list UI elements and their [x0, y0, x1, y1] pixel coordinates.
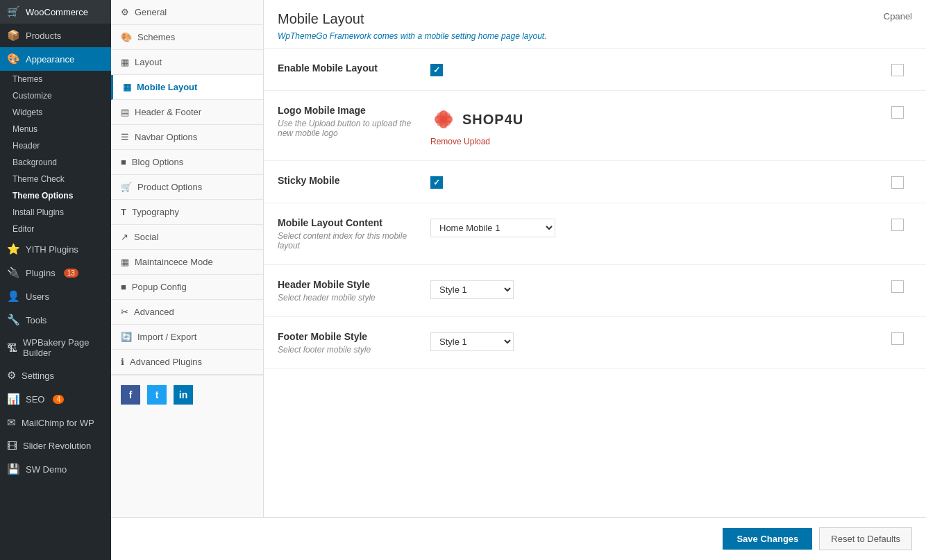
sub-sidebar-advanced[interactable]: ✂ Advanced [111, 300, 263, 325]
sub-sidebar-navbar[interactable]: ☰ Navbar Options [111, 125, 263, 150]
remove-upload-link[interactable]: Remove Upload [430, 137, 523, 146]
plugins-badge: 13 [64, 269, 78, 278]
mobile-layout-content-checkbox[interactable] [891, 219, 904, 231]
footer-mobile-style-checkbox[interactable] [891, 332, 904, 345]
wpbakery-icon: 🏗 [7, 342, 17, 354]
setting-header-mobile-style: Header Mobile Style Select header mobile… [264, 265, 926, 317]
sidebar-item-settings[interactable]: ⚙ Settings [0, 364, 111, 387]
reset-defaults-button[interactable]: Reset to Defaults [819, 527, 912, 550]
mobile-layout-content-desc: Select content index for this mobile lay… [278, 231, 416, 251]
advanced-icon: ✂ [121, 307, 128, 317]
sidebar-item-yith[interactable]: ⭐ YITH Plugins [0, 237, 111, 261]
sidebar-item-seo[interactable]: 📊 SEO 4 [0, 387, 111, 411]
sidebar-sub-install-plugins[interactable]: Install Plugins [0, 204, 111, 221]
svg-point-6 [444, 112, 451, 119]
import-export-icon: 🔄 [121, 332, 132, 342]
content-area: ⚙ General 🎨 Schemes ▦ Layout ▦ Mobile La… [111, 0, 926, 517]
sidebar-sub-editor[interactable]: Editor [0, 221, 111, 237]
header-footer-icon: ▤ [121, 107, 129, 117]
advanced-plugins-icon: ℹ [121, 357, 124, 367]
navbar-icon: ☰ [121, 132, 129, 142]
mobile-layout-content-label: Mobile Layout Content [278, 217, 416, 228]
save-changes-button[interactable]: Save Changes [723, 528, 812, 550]
footer-mobile-style-label: Footer Mobile Style [278, 331, 416, 342]
sub-sidebar-mobile-layout[interactable]: ▦ Mobile Layout [111, 75, 263, 100]
appearance-icon: 🎨 [7, 53, 20, 65]
tools-icon: 🔧 [7, 314, 20, 326]
header-mobile-style-desc: Select header mobile style [278, 293, 416, 303]
setting-sticky-mobile: Sticky Mobile [264, 161, 926, 203]
sub-sidebar-maintenance[interactable]: ▦ Maintaincece Mode [111, 250, 263, 275]
sub-sidebar-popup[interactable]: ■ Popup Config [111, 275, 263, 300]
swdemo-icon: 💾 [7, 463, 20, 475]
seo-icon: 📊 [7, 393, 20, 405]
plugins-icon: 🔌 [7, 266, 20, 279]
cpanel-link[interactable]: Cpanel [884, 11, 912, 22]
sidebar-sub-menus[interactable]: Menus [0, 121, 111, 137]
sub-sidebar-import-export[interactable]: 🔄 Import / Export [111, 325, 263, 350]
sidebar-sub-background[interactable]: Background [0, 154, 111, 171]
sticky-mobile-label: Sticky Mobile [278, 175, 416, 186]
products-icon: 📦 [7, 29, 20, 42]
logo-mobile-checkbox-alt[interactable] [891, 106, 904, 119]
logo-text: SHOP4U [462, 112, 523, 128]
sidebar-sub-themes[interactable]: Themes [0, 71, 111, 87]
twitter-social-icon[interactable]: t [147, 385, 167, 405]
sidebar-item-slider[interactable]: 🎞 Slider Revolution [0, 434, 111, 457]
sidebar-item-swdemo[interactable]: 💾 SW Demo [0, 457, 111, 481]
logo-mobile-image-label: Logo Mobile Image [278, 105, 416, 116]
sticky-mobile-checkbox-alt[interactable] [891, 176, 904, 189]
seo-badge: 4 [53, 395, 64, 404]
sidebar-item-mailchimp[interactable]: ✉ MailChimp for WP [0, 411, 111, 434]
maintenance-icon: ▦ [121, 257, 129, 267]
sub-sidebar-product-options[interactable]: 🛒 Product Options [111, 175, 263, 200]
mobile-layout-content-select[interactable]: Home Mobile 1 Home Mobile 2 Home Mobile … [430, 219, 555, 237]
header-mobile-style-select[interactable]: Style 1 Style 2 Style 3 [430, 280, 514, 299]
sidebar-sub-widgets[interactable]: Widgets [0, 104, 111, 121]
woocommerce-icon: 🛒 [7, 6, 20, 18]
layout-icon: ▦ [121, 57, 129, 67]
sidebar-sub-header[interactable]: Header [0, 137, 111, 154]
logo-mobile-image-desc: Use the Upload button to upload the new … [278, 119, 416, 138]
footer-mobile-style-desc: Select footer mobile style [278, 345, 416, 355]
sub-sidebar-layout[interactable]: ▦ Layout [111, 50, 263, 75]
enable-mobile-layout-label: Enable Mobile Layout [278, 62, 416, 74]
sub-sidebar-header-footer[interactable]: ▤ Header & Footer [111, 100, 263, 125]
setting-logo-mobile-image: Logo Mobile Image Use the Upload button … [264, 91, 926, 161]
sub-sidebar-typography[interactable]: T Typography [111, 200, 263, 225]
popup-icon: ■ [121, 282, 126, 292]
sidebar-item-woocommerce[interactable]: 🛒 WooCommerce [0, 0, 111, 24]
sub-sidebar-general[interactable]: ⚙ General [111, 0, 263, 25]
svg-point-8 [437, 119, 444, 126]
sidebar-sub-theme-check[interactable]: Theme Check [0, 171, 111, 187]
social-footer: f t in [111, 375, 263, 414]
sub-sidebar-advanced-plugins[interactable]: ℹ Advanced Plugins [111, 350, 263, 375]
sticky-mobile-checkbox[interactable] [430, 176, 443, 189]
sub-sidebar-social[interactable]: ↗ Social [111, 225, 263, 250]
sidebar-sub-theme-options[interactable]: Theme Options [0, 187, 111, 204]
footer-mobile-style-select[interactable]: Style 1 Style 2 Style 3 [430, 332, 514, 351]
sidebar-item-users[interactable]: 👤 Users [0, 285, 111, 308]
facebook-social-icon[interactable]: f [121, 385, 140, 405]
mobile-layout-icon: ▦ [123, 82, 131, 92]
sub-sidebar-blog[interactable]: ■ Blog Options [111, 150, 263, 175]
sidebar-item-appearance[interactable]: 🎨 Appearance [0, 47, 111, 71]
setting-footer-mobile-style: Footer Mobile Style Select footer mobile… [264, 317, 926, 369]
enable-mobile-layout-checkbox-alt[interactable] [891, 64, 904, 76]
admin-sidebar: 🛒 WooCommerce 📦 Products 🎨 Appearance Th… [0, 0, 111, 560]
sidebar-item-plugins[interactable]: 🔌 Plugins 13 [0, 261, 111, 285]
social-icon: ↗ [121, 232, 128, 242]
sidebar-item-wpbakery[interactable]: 🏗 WPBakery Page Builder [0, 332, 111, 364]
sidebar-item-products[interactable]: 📦 Products [0, 24, 111, 47]
sidebar-sub-customize[interactable]: Customize [0, 87, 111, 104]
sub-sidebar: ⚙ General 🎨 Schemes ▦ Layout ▦ Mobile La… [111, 0, 264, 517]
sidebar-item-tools[interactable]: 🔧 Tools [0, 308, 111, 332]
schemes-icon: 🎨 [121, 32, 132, 42]
header-mobile-style-checkbox[interactable] [891, 280, 904, 293]
sub-sidebar-schemes[interactable]: 🎨 Schemes [111, 25, 263, 50]
yith-icon: ⭐ [7, 243, 20, 255]
linkedin-social-icon[interactable]: in [174, 385, 193, 405]
enable-mobile-layout-checkbox[interactable] [430, 64, 443, 76]
main-content: Mobile Layout WpThemeGo Framework comes … [264, 0, 926, 517]
users-icon: 👤 [7, 290, 20, 303]
